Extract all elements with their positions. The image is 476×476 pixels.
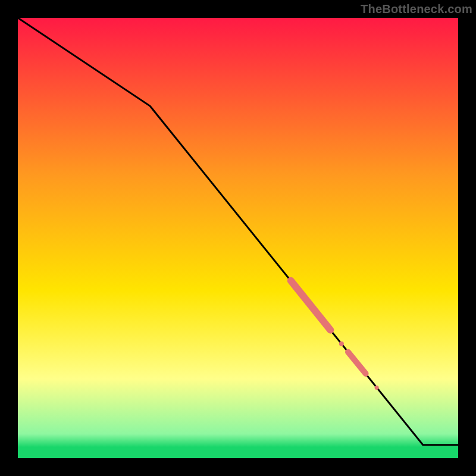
chart-svg (18, 18, 458, 458)
attribution-label: TheBottleneck.com (361, 2, 472, 16)
gradient-background (18, 18, 458, 458)
dot-1 (339, 342, 344, 346)
chart-frame: TheBottleneck.com (0, 0, 476, 476)
dot-2 (375, 386, 379, 390)
plot-area (18, 18, 458, 458)
